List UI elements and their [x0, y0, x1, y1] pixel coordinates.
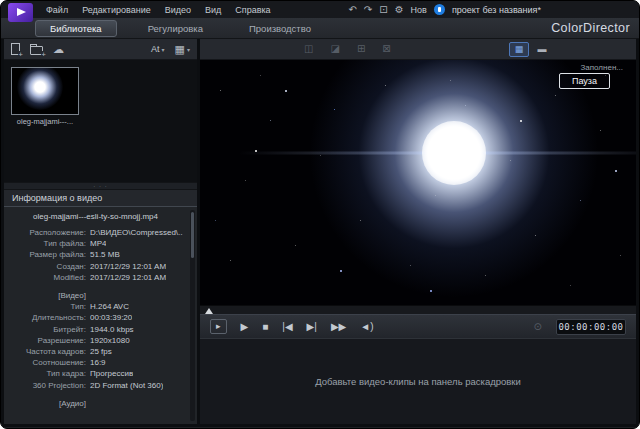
- delete-icon[interactable]: ⊠: [382, 44, 390, 54]
- snapshot-button[interactable]: ⊙: [534, 321, 542, 332]
- info-row: Размер файла: 51.5 MB: [8, 249, 183, 260]
- info-row-label: Создан:: [8, 261, 90, 272]
- storyboard-view-toggle[interactable]: ▦: [509, 42, 529, 57]
- info-row-label: Частота кадров:: [8, 346, 90, 357]
- info-row: Разрешение: 1920x1080: [8, 335, 183, 346]
- project-title: проект без названия*: [452, 5, 541, 15]
- trim-icon[interactable]: ⊞: [357, 44, 365, 54]
- video-preview[interactable]: Заполнен... Пауза: [200, 60, 636, 305]
- stop-button[interactable]: ■: [262, 321, 268, 333]
- menu-item[interactable]: Справка: [228, 5, 277, 15]
- capture-icon[interactable]: ⊡: [379, 5, 387, 15]
- library-toolbar: ☁ At ▾ ▦ ▾: [4, 39, 197, 60]
- previous-frame-button[interactable]: |◀: [282, 321, 292, 333]
- module-tab[interactable]: Библиотека: [35, 20, 117, 37]
- info-row: Modified: 2017/12/29 12:01 AM: [8, 272, 183, 283]
- tag-filter-label: At: [151, 44, 160, 54]
- menu-item[interactable]: Файл: [39, 5, 75, 15]
- zoom-level-dropdown[interactable]: Заполнен...: [580, 63, 623, 72]
- info-row-label: Битрейт:: [8, 324, 90, 335]
- video-info-header: Информация о видео: [4, 190, 197, 207]
- info-row: Тип кадра: Прогрессив: [8, 368, 183, 379]
- notification-badge-icon[interactable]: [434, 4, 445, 15]
- menu-item[interactable]: Видео: [158, 5, 198, 15]
- info-row-value: D:\ВИДЕО\Compressed\...: [90, 227, 183, 238]
- info-row-label: Тип:: [8, 301, 90, 312]
- seek-bar[interactable]: [200, 305, 636, 314]
- panel-splitter-handle[interactable]: · · ·: [4, 182, 197, 190]
- info-row-value: 25 fps: [90, 346, 112, 357]
- info-row-value: 2017/12/29 12:01 AM: [90, 261, 166, 272]
- storyboard-hint-text: Добавьте видео-клипы на панель раскадров…: [315, 376, 521, 387]
- app-logo-icon: [8, 3, 33, 22]
- info-row-label: 360 Projection:: [8, 380, 90, 391]
- pause-overlay-button[interactable]: Пауза: [559, 73, 610, 89]
- video-frame-star-core: [422, 121, 486, 185]
- info-row-value: 00:03:39:20: [90, 312, 132, 323]
- import-folder-icon[interactable]: [30, 46, 43, 55]
- info-row-value: 1944.0 kbps: [90, 324, 134, 335]
- info-row: [Аудио]: [8, 398, 183, 409]
- timeline-view-toggle[interactable]: ▬: [532, 42, 552, 57]
- info-row: Битрейт: 1944.0 kbps: [8, 324, 183, 335]
- info-row-value: Прогрессив: [90, 368, 133, 379]
- media-library-grid: oleg-majjami---...: [4, 60, 197, 182]
- info-row: [Видео]: [8, 290, 183, 301]
- info-row-label: Тип кадра:: [8, 368, 90, 379]
- info-row-value: 51.5 MB: [90, 249, 120, 260]
- transport-controls: ▸▶■|◀▶|▶▶◄) ⊙ 00:00:00:00: [200, 314, 636, 338]
- cloud-download-icon[interactable]: ☁: [53, 44, 64, 55]
- volume-button[interactable]: ◄): [360, 321, 373, 333]
- info-row-label: [Аудио]: [8, 398, 90, 409]
- menu-item[interactable]: Вид: [198, 5, 228, 15]
- redo-icon[interactable]: ↷: [364, 5, 372, 15]
- clip-thumbnail-label: oleg-majjami---...: [11, 117, 79, 126]
- edit-tools-group: ◫◪⊞⊠: [304, 44, 391, 54]
- info-row-label: Размер файла:: [8, 249, 90, 260]
- clip-thumbnail[interactable]: oleg-majjami---...: [11, 67, 79, 126]
- tag-filter-control[interactable]: At ▾: [151, 44, 165, 54]
- info-scrollbar[interactable]: [190, 210, 195, 421]
- menubar-right: ↶ ↷ ⊡ ⚙ Нов проект без названия*: [348, 4, 541, 15]
- module-tab[interactable]: Производство: [234, 20, 326, 37]
- view-toggle-group: ▦ ▬: [509, 42, 552, 57]
- info-row-label: Длительность:: [8, 312, 90, 323]
- import-media-icon[interactable]: [11, 43, 20, 55]
- storyboard-area[interactable]: Добавьте видео-клипы на панель раскадров…: [200, 338, 636, 424]
- video-frame-stars-bright: [200, 60, 202, 62]
- colordirector-window: ФайлРедактированиеВидеоВидСправка ↶ ↷ ⊡ …: [0, 0, 640, 429]
- view-mode-control[interactable]: ▦ ▾: [175, 44, 190, 55]
- module-tab[interactable]: Регулировка: [133, 20, 218, 37]
- main-content: ☁ At ▾ ▦ ▾ oleg-majjami---... · · · Инфо…: [1, 39, 639, 427]
- undo-icon[interactable]: ↶: [348, 5, 356, 15]
- menu-item[interactable]: Редактирование: [75, 5, 158, 15]
- brand-logo-text: ColorDirector: [551, 21, 630, 35]
- info-row-label: [Видео]: [8, 290, 90, 301]
- info-row-value: 2D Format (Not 360): [90, 380, 163, 391]
- next-frame-button[interactable]: ▶|: [307, 321, 317, 333]
- info-scrollbar-thumb[interactable]: [191, 212, 194, 258]
- info-row-label: Разрешение:: [8, 335, 90, 346]
- settings-gear-icon[interactable]: ⚙: [395, 5, 404, 15]
- preview-panel: ◫◪⊞⊠ ▦ ▬ Заполнен... Пауза ▸▶■: [200, 39, 636, 424]
- playhead-marker[interactable]: [205, 308, 213, 314]
- info-row: Соотношение: 16:9: [8, 357, 183, 368]
- chevron-down-icon: ▾: [162, 46, 165, 53]
- play-button[interactable]: ▶: [241, 321, 249, 333]
- info-row: Расположение: D:\ВИДЕО\Compressed\...: [8, 227, 183, 238]
- video-info-panel: oleg-majjami---esli-ty-so-mnojj.mp4 Расп…: [4, 207, 197, 424]
- fast-forward-button[interactable]: ▶▶: [331, 321, 346, 333]
- info-row: Тип файла: MP4: [8, 238, 183, 249]
- module-tabbar: БиблиотекаРегулировкаПроизводство ColorD…: [1, 18, 639, 39]
- new-feature-label[interactable]: Нов: [411, 5, 427, 15]
- chevron-down-icon: ▾: [187, 46, 190, 53]
- timecode-display: 00:00:00:00: [556, 319, 626, 335]
- clip-thumbnail-image[interactable]: [11, 67, 79, 115]
- info-row-label: Тип файла:: [8, 238, 90, 249]
- video-file-name: oleg-majjami---esli-ty-so-mnojj.mp4: [8, 212, 183, 221]
- info-row: Создан: 2017/12/29 12:01 AM: [8, 261, 183, 272]
- play-in-window-button[interactable]: ▸: [210, 319, 227, 334]
- crossfade-icon[interactable]: ◪: [330, 44, 339, 54]
- info-row-value: 1920x1080: [90, 335, 130, 346]
- split-clip-icon[interactable]: ◫: [304, 44, 313, 54]
